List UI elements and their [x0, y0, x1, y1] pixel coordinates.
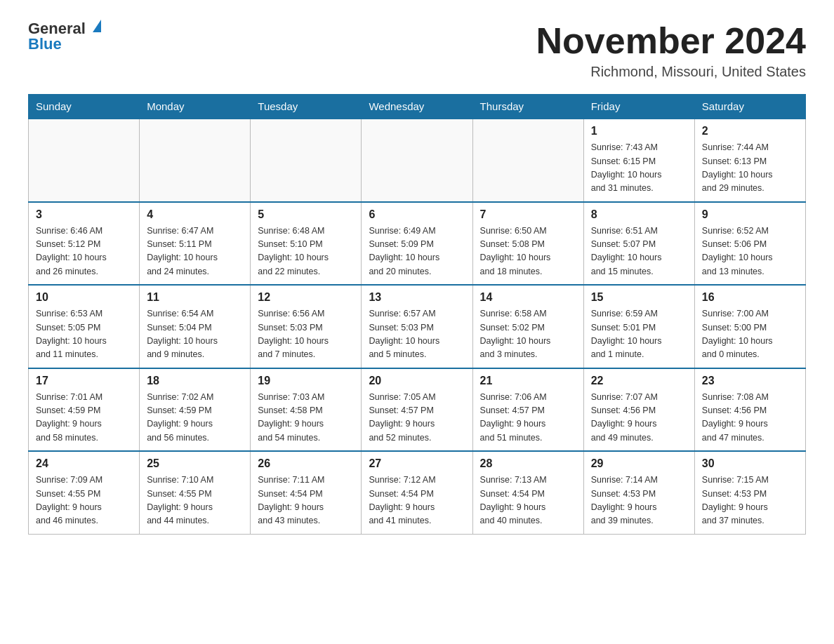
calendar-day-14: 14Sunrise: 6:58 AM Sunset: 5:02 PM Dayli… — [472, 285, 583, 368]
day-info: Sunrise: 6:54 AM Sunset: 5:04 PM Dayligh… — [147, 307, 243, 362]
calendar-day-1: 1Sunrise: 7:43 AM Sunset: 6:15 PM Daylig… — [583, 119, 694, 202]
day-number: 18 — [147, 375, 243, 387]
calendar-day-27: 27Sunrise: 7:12 AM Sunset: 4:54 PM Dayli… — [362, 451, 472, 534]
weekday-header-sunday: Sunday — [29, 95, 140, 119]
day-info: Sunrise: 6:58 AM Sunset: 5:02 PM Dayligh… — [480, 307, 576, 362]
logo: General Blue — [28, 21, 101, 52]
day-number: 20 — [369, 375, 465, 387]
calendar-day-23: 23Sunrise: 7:08 AM Sunset: 4:56 PM Dayli… — [694, 368, 805, 452]
day-info: Sunrise: 6:46 AM Sunset: 5:12 PM Dayligh… — [36, 224, 132, 279]
day-info: Sunrise: 6:56 AM Sunset: 5:03 PM Dayligh… — [258, 307, 354, 362]
calendar-day-30: 30Sunrise: 7:15 AM Sunset: 4:53 PM Dayli… — [694, 451, 805, 534]
day-number: 22 — [591, 375, 687, 387]
day-info: Sunrise: 6:53 AM Sunset: 5:05 PM Dayligh… — [36, 307, 132, 362]
weekday-header-friday: Friday — [583, 95, 694, 119]
calendar-empty-cell — [362, 119, 472, 202]
calendar-day-21: 21Sunrise: 7:06 AM Sunset: 4:57 PM Dayli… — [472, 368, 583, 452]
calendar-day-2: 2Sunrise: 7:44 AM Sunset: 6:13 PM Daylig… — [694, 119, 805, 202]
day-number: 14 — [480, 291, 576, 304]
day-info: Sunrise: 6:49 AM Sunset: 5:09 PM Dayligh… — [369, 224, 465, 279]
day-number: 29 — [591, 457, 687, 470]
day-number: 8 — [591, 208, 687, 221]
day-info: Sunrise: 7:06 AM Sunset: 4:57 PM Dayligh… — [480, 391, 576, 445]
day-info: Sunrise: 7:12 AM Sunset: 4:54 PM Dayligh… — [369, 474, 465, 528]
page-header: General Blue November 2024 Richmond, Mis… — [28, 21, 806, 80]
day-number: 4 — [147, 208, 243, 221]
calendar-week-1: 1Sunrise: 7:43 AM Sunset: 6:15 PM Daylig… — [29, 119, 806, 202]
day-number: 19 — [258, 375, 354, 387]
calendar-day-15: 15Sunrise: 6:59 AM Sunset: 5:01 PM Dayli… — [583, 285, 694, 368]
day-info: Sunrise: 7:43 AM Sunset: 6:15 PM Dayligh… — [591, 141, 687, 196]
day-number: 7 — [480, 208, 576, 221]
day-number: 24 — [36, 457, 132, 470]
day-info: Sunrise: 7:07 AM Sunset: 4:56 PM Dayligh… — [591, 391, 687, 445]
day-number: 9 — [702, 208, 798, 221]
day-info: Sunrise: 7:11 AM Sunset: 4:54 PM Dayligh… — [258, 474, 354, 528]
calendar-empty-cell — [29, 119, 140, 202]
day-info: Sunrise: 6:57 AM Sunset: 5:03 PM Dayligh… — [369, 307, 465, 362]
day-info: Sunrise: 7:02 AM Sunset: 4:59 PM Dayligh… — [147, 391, 243, 445]
calendar-day-24: 24Sunrise: 7:09 AM Sunset: 4:55 PM Dayli… — [29, 451, 140, 534]
weekday-header-saturday: Saturday — [694, 95, 805, 119]
logo-triangle-icon — [93, 20, 101, 32]
title-block: November 2024 Richmond, Missouri, United… — [536, 21, 806, 80]
weekday-header-monday: Monday — [140, 95, 251, 119]
calendar-week-5: 24Sunrise: 7:09 AM Sunset: 4:55 PM Dayli… — [29, 451, 806, 534]
day-number: 3 — [36, 208, 132, 221]
calendar-week-4: 17Sunrise: 7:01 AM Sunset: 4:59 PM Dayli… — [29, 368, 806, 452]
day-info: Sunrise: 6:47 AM Sunset: 5:11 PM Dayligh… — [147, 224, 243, 279]
calendar-empty-cell — [251, 119, 362, 202]
day-number: 28 — [480, 457, 576, 470]
calendar-day-12: 12Sunrise: 6:56 AM Sunset: 5:03 PM Dayli… — [251, 285, 362, 368]
day-number: 10 — [36, 291, 132, 304]
day-info: Sunrise: 6:59 AM Sunset: 5:01 PM Dayligh… — [591, 307, 687, 362]
day-info: Sunrise: 7:44 AM Sunset: 6:13 PM Dayligh… — [702, 141, 798, 196]
calendar-empty-cell — [140, 119, 251, 202]
day-info: Sunrise: 6:51 AM Sunset: 5:07 PM Dayligh… — [591, 224, 687, 279]
calendar-day-8: 8Sunrise: 6:51 AM Sunset: 5:07 PM Daylig… — [583, 202, 694, 286]
weekday-header-thursday: Thursday — [472, 95, 583, 119]
day-number: 25 — [147, 457, 243, 470]
calendar-day-18: 18Sunrise: 7:02 AM Sunset: 4:59 PM Dayli… — [140, 368, 251, 452]
calendar-day-19: 19Sunrise: 7:03 AM Sunset: 4:58 PM Dayli… — [251, 368, 362, 452]
day-info: Sunrise: 7:10 AM Sunset: 4:55 PM Dayligh… — [147, 474, 243, 528]
day-number: 11 — [147, 291, 243, 304]
calendar-day-7: 7Sunrise: 6:50 AM Sunset: 5:08 PM Daylig… — [472, 202, 583, 286]
day-number: 27 — [369, 457, 465, 470]
day-number: 5 — [258, 208, 354, 221]
calendar-day-16: 16Sunrise: 7:00 AM Sunset: 5:00 PM Dayli… — [694, 285, 805, 368]
calendar-day-26: 26Sunrise: 7:11 AM Sunset: 4:54 PM Dayli… — [251, 451, 362, 534]
day-info: Sunrise: 7:14 AM Sunset: 4:53 PM Dayligh… — [591, 474, 687, 528]
day-number: 30 — [702, 457, 798, 470]
day-info: Sunrise: 7:00 AM Sunset: 5:00 PM Dayligh… — [702, 307, 798, 362]
day-info: Sunrise: 7:15 AM Sunset: 4:53 PM Dayligh… — [702, 474, 798, 528]
calendar-day-25: 25Sunrise: 7:10 AM Sunset: 4:55 PM Dayli… — [140, 451, 251, 534]
day-number: 26 — [258, 457, 354, 470]
weekday-header-tuesday: Tuesday — [251, 95, 362, 119]
calendar-empty-cell — [472, 119, 583, 202]
day-number: 21 — [480, 375, 576, 387]
calendar-day-4: 4Sunrise: 6:47 AM Sunset: 5:11 PM Daylig… — [140, 202, 251, 286]
calendar-day-28: 28Sunrise: 7:13 AM Sunset: 4:54 PM Dayli… — [472, 451, 583, 534]
calendar-day-3: 3Sunrise: 6:46 AM Sunset: 5:12 PM Daylig… — [29, 202, 140, 286]
calendar-day-6: 6Sunrise: 6:49 AM Sunset: 5:09 PM Daylig… — [362, 202, 472, 286]
day-info: Sunrise: 7:09 AM Sunset: 4:55 PM Dayligh… — [36, 474, 132, 528]
day-info: Sunrise: 7:03 AM Sunset: 4:58 PM Dayligh… — [258, 391, 354, 445]
calendar-table: SundayMondayTuesdayWednesdayThursdayFrid… — [28, 94, 806, 535]
day-info: Sunrise: 7:13 AM Sunset: 4:54 PM Dayligh… — [480, 474, 576, 528]
calendar-day-10: 10Sunrise: 6:53 AM Sunset: 5:05 PM Dayli… — [29, 285, 140, 368]
day-number: 12 — [258, 291, 354, 304]
day-number: 15 — [591, 291, 687, 304]
calendar-day-29: 29Sunrise: 7:14 AM Sunset: 4:53 PM Dayli… — [583, 451, 694, 534]
day-number: 23 — [702, 375, 798, 387]
day-info: Sunrise: 6:50 AM Sunset: 5:08 PM Dayligh… — [480, 224, 576, 279]
month-title: November 2024 — [536, 21, 806, 61]
calendar-header-row: SundayMondayTuesdayWednesdayThursdayFrid… — [29, 95, 806, 119]
location-title: Richmond, Missouri, United States — [536, 64, 806, 80]
day-info: Sunrise: 7:05 AM Sunset: 4:57 PM Dayligh… — [369, 391, 465, 445]
day-number: 6 — [369, 208, 465, 221]
calendar-week-2: 3Sunrise: 6:46 AM Sunset: 5:12 PM Daylig… — [29, 202, 806, 286]
day-number: 1 — [591, 125, 687, 137]
day-info: Sunrise: 6:52 AM Sunset: 5:06 PM Dayligh… — [702, 224, 798, 279]
day-info: Sunrise: 6:48 AM Sunset: 5:10 PM Dayligh… — [258, 224, 354, 279]
